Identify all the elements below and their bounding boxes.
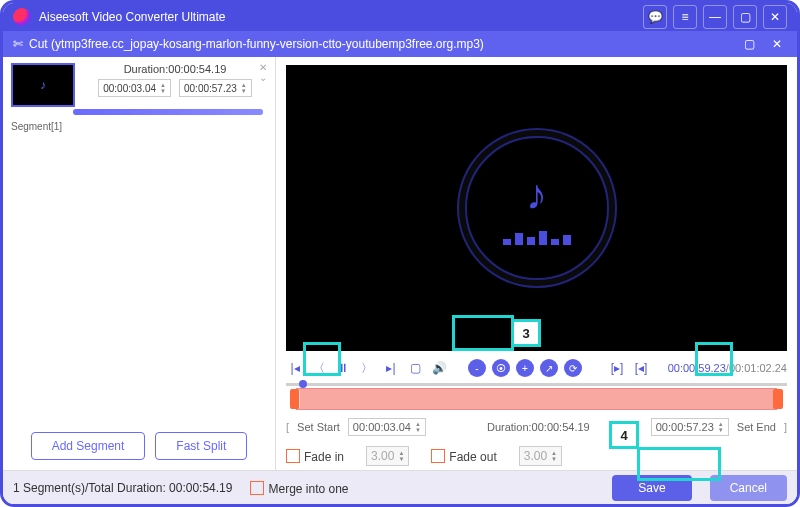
bracket-close-icon[interactable]: ] [784, 421, 787, 433]
next-icon[interactable]: 〉 [358, 359, 376, 377]
close-button[interactable]: ✕ [763, 5, 787, 29]
segment-row[interactable]: ♪ ✕⌄ Duration:00:00:54.19 00:00:03.04 ▲▼… [3, 57, 275, 107]
panel-maximize-button[interactable]: ▢ [739, 34, 759, 54]
segment-start-input[interactable]: 00:00:03.04 ▲▼ [98, 79, 171, 97]
stepper-icon[interactable]: ▲▼ [160, 82, 166, 94]
main-body: ♪ ✕⌄ Duration:00:00:54.19 00:00:03.04 ▲▼… [3, 57, 797, 470]
playhead-track[interactable] [286, 383, 787, 386]
app-logo-icon [13, 8, 31, 26]
fade-out-label: Fade out [449, 450, 496, 464]
equalizer-icon [503, 229, 571, 245]
stepper-icon[interactable]: ▲▼ [551, 450, 557, 462]
time-input-row: [ Set Start 00:00:03.04 ▲▼ Duration:00:0… [276, 412, 797, 442]
segment-summary: 1 Segment(s)/Total Duration: 00:00:54.19 [13, 481, 232, 495]
zoom-out-icon[interactable]: - [468, 359, 486, 377]
titlebar: Aiseesoft Video Converter Ultimate 💬 ≡ —… [3, 3, 797, 31]
stop-icon[interactable]: ▢ [406, 359, 424, 377]
timeline [276, 379, 797, 412]
set-end-label[interactable]: Set End [737, 421, 776, 433]
action-icon[interactable]: ↗ [540, 359, 558, 377]
volume-icon[interactable]: 🔊 [430, 359, 448, 377]
highlight-controls [452, 315, 514, 351]
fade-out-checkbox[interactable]: Fade out [431, 449, 496, 464]
step-badge-4: 4 [609, 421, 639, 449]
range-start-handle[interactable] [290, 389, 300, 409]
range-end-handle[interactable] [773, 389, 783, 409]
left-panel: ♪ ✕⌄ Duration:00:00:54.19 00:00:03.04 ▲▼… [3, 57, 276, 470]
merge-checkbox[interactable]: Merge into one [250, 481, 348, 496]
maximize-button[interactable]: ▢ [733, 5, 757, 29]
cancel-button[interactable]: Cancel [710, 475, 787, 501]
segment-start-value: 00:00:03.04 [103, 83, 156, 94]
minimize-button[interactable]: — [703, 5, 727, 29]
end-time-input[interactable]: 00:00:57.23 ▲▼ [651, 418, 729, 436]
fast-split-button[interactable]: Fast Split [155, 432, 247, 460]
goto-start-icon[interactable]: |◂ [286, 359, 304, 377]
add-segment-button[interactable]: Add Segment [31, 432, 146, 460]
fade-in-value: 3.00 [371, 449, 394, 463]
fade-in-checkbox[interactable]: Fade in [286, 449, 344, 464]
bracket-start-icon[interactable]: [▸] [608, 359, 626, 377]
cut-file-title: Cut (ytmp3free.cc_jopay-kosang-marlon-fu… [29, 37, 484, 51]
segment-progress-fill [73, 109, 263, 115]
loop-icon[interactable]: ⟳ [564, 359, 582, 377]
playhead-knob[interactable] [299, 380, 307, 388]
segment-end-input[interactable]: 00:00:57.23 ▲▼ [179, 79, 252, 97]
feedback-icon[interactable]: 💬 [643, 5, 667, 29]
panel-close-button[interactable]: ✕ [767, 34, 787, 54]
fade-in-value-input[interactable]: 3.00 ▲▼ [366, 446, 409, 466]
highlight-end-handle [695, 342, 733, 376]
range-track[interactable] [286, 388, 787, 408]
stepper-icon[interactable]: ▲▼ [241, 82, 247, 94]
start-time-value: 00:00:03.04 [353, 421, 411, 433]
stepper-icon[interactable]: ▲▼ [398, 450, 404, 462]
stepper-icon[interactable]: ▲▼ [415, 421, 421, 433]
segment-close-icon[interactable]: ✕⌄ [259, 63, 267, 83]
fade-in-label: Fade in [304, 450, 344, 464]
snapshot-icon[interactable]: ⦿ [492, 359, 510, 377]
music-note-icon: ♪ [526, 171, 547, 219]
highlight-start-handle [303, 342, 341, 376]
set-start-label[interactable]: Set Start [297, 421, 340, 433]
segment-thumbnail: ♪ [11, 63, 75, 107]
app-window: Aiseesoft Video Converter Ultimate 💬 ≡ —… [0, 0, 800, 507]
segment-progress-track[interactable] [73, 109, 263, 115]
zoom-in-icon[interactable]: + [516, 359, 534, 377]
segment-label: Segment[1] [3, 119, 275, 134]
audio-visual-icon: ♪ [465, 136, 609, 280]
left-button-row: Add Segment Fast Split [3, 422, 275, 470]
stepper-icon[interactable]: ▲▼ [718, 421, 724, 433]
app-title: Aiseesoft Video Converter Ultimate [39, 10, 637, 24]
goto-end-icon[interactable]: ▸| [382, 359, 400, 377]
merge-label: Merge into one [268, 482, 348, 496]
segment-duration: Duration:00:00:54.19 [83, 63, 267, 75]
end-time-value: 00:00:57.23 [656, 421, 714, 433]
time-total: 00:01:02.24 [729, 362, 787, 374]
preview-area: ♪ [286, 65, 787, 351]
bracket-end-icon[interactable]: [◂] [632, 359, 650, 377]
fade-out-value-input[interactable]: 3.00 ▲▼ [519, 446, 562, 466]
right-panel: ♪ |◂ 〈 ⏸ 〉 ▸| ▢ 🔊 - ⦿ + [276, 57, 797, 470]
segment-info: ✕⌄ Duration:00:00:54.19 00:00:03.04 ▲▼ 0… [75, 63, 267, 107]
cut-subbar: ✄ Cut (ytmp3free.cc_jopay-kosang-marlon-… [3, 31, 797, 57]
step-badge-3: 3 [511, 319, 541, 347]
bracket-open-icon[interactable]: [ [286, 421, 289, 433]
segment-end-value: 00:00:57.23 [184, 83, 237, 94]
scissors-icon: ✄ [13, 37, 23, 51]
start-time-input[interactable]: 00:00:03.04 ▲▼ [348, 418, 426, 436]
music-note-icon: ♪ [40, 78, 46, 92]
fade-out-value: 3.00 [524, 449, 547, 463]
menu-icon[interactable]: ≡ [673, 5, 697, 29]
highlight-save [637, 447, 721, 481]
